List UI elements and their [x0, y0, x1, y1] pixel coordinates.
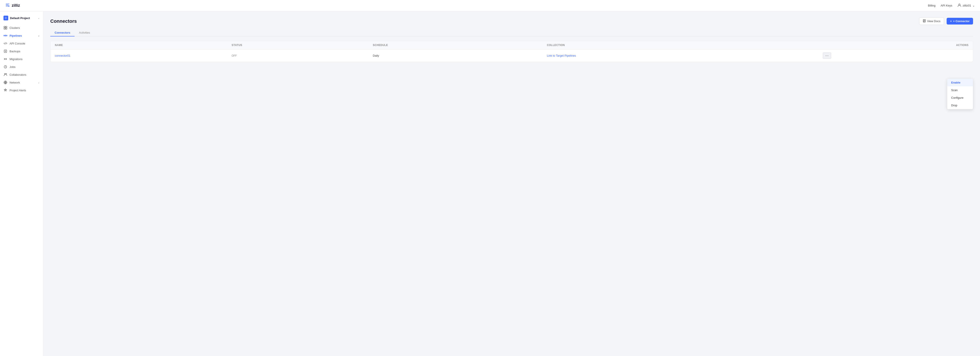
project-icon: D [3, 16, 8, 21]
connector-collection-cell: Link to Target Pipelines [542, 49, 819, 62]
page-title: Connectors [50, 18, 77, 24]
collaborators-icon [3, 73, 7, 77]
col-collection: Collection [542, 41, 819, 49]
project-alerts-icon [3, 88, 7, 92]
tab-connectors[interactable]: Connectors [50, 29, 75, 37]
collection-link[interactable]: Link to Target Pipelines [547, 54, 576, 57]
header-actions: View Docs + + Connector [919, 18, 973, 25]
connectors-table: Name Status Schedule Collection Actions … [50, 41, 973, 62]
pipelines-label: Pipelines [10, 34, 22, 37]
add-icon: + [950, 19, 952, 23]
connector-schedule-cell: Daily [369, 49, 542, 62]
sidebar-item-api-console[interactable]: API Console [0, 40, 43, 47]
sidebar-item-backups[interactable]: Backups [0, 47, 43, 55]
topbar-right: Billing API Keys zilliz01 ⌄ [928, 3, 975, 8]
svg-rect-2 [4, 26, 5, 27]
actions-menu-button[interactable]: ⋯ [823, 53, 831, 59]
content-header: Connectors View Docs [50, 18, 973, 25]
svg-line-10 [5, 42, 6, 45]
pipelines-icon [3, 34, 7, 38]
dropdown-item-configure[interactable]: Configure [947, 94, 973, 102]
project-chevron-icon: ⌄ [38, 17, 40, 19]
main-content: Connectors View Docs [43, 11, 980, 356]
jobs-label: Jobs [10, 65, 15, 69]
backups-icon [3, 49, 7, 53]
user-icon [958, 3, 961, 8]
sidebar: D Default Project ⌄ Clusters [0, 11, 43, 356]
svg-point-15 [5, 73, 6, 75]
dropdown-item-scan[interactable]: Scan [947, 86, 973, 94]
svg-rect-5 [6, 28, 7, 29]
logo-text: zilliz [12, 3, 20, 8]
svg-point-6 [4, 35, 5, 36]
sidebar-item-jobs[interactable]: Jobs [0, 63, 43, 71]
sidebar-item-pipelines[interactable]: Pipelines ⌄ [0, 32, 43, 40]
sidebar-item-collaborators[interactable]: Collaborators [0, 71, 43, 78]
status-badge: OFF [232, 54, 237, 57]
connector-link[interactable]: connector01 [55, 54, 70, 57]
project-selector[interactable]: D Default Project ⌄ [0, 14, 43, 22]
api-console-icon [3, 42, 7, 45]
dropdown-item-enable[interactable]: Enable [947, 79, 973, 86]
pipelines-chevron-icon: ⌄ [38, 34, 40, 37]
tabs: Connectors Activities [50, 29, 973, 37]
add-connector-label: + Connector [953, 19, 970, 23]
col-status: Status [228, 41, 369, 49]
billing-link[interactable]: Billing [928, 4, 935, 7]
view-docs-button[interactable]: View Docs [919, 18, 944, 25]
user-menu[interactable]: zilliz01 ⌄ [958, 3, 975, 8]
sidebar-item-project-alerts[interactable]: Project Alerts [0, 86, 43, 94]
tab-activities[interactable]: Activities [75, 29, 94, 37]
sidebar-item-clusters[interactable]: Clusters [0, 24, 43, 32]
jobs-icon [3, 65, 7, 69]
connector-status-cell: OFF [228, 49, 369, 62]
clusters-label: Clusters [10, 26, 20, 29]
project-label: Default Project [10, 16, 30, 20]
topbar: zilliz Billing API Keys zilliz01 ⌄ [0, 0, 980, 11]
user-chevron-icon: ⌄ [972, 4, 975, 7]
logo: zilliz [5, 3, 20, 9]
collaborators-label: Collaborators [10, 73, 26, 77]
table-row: connector01 OFF Daily Link to Target Pip… [51, 49, 973, 62]
add-connector-button[interactable]: + + Connector [947, 18, 973, 24]
user-label: zilliz01 [963, 4, 971, 7]
view-docs-label: View Docs [927, 19, 940, 23]
dropdown-item-drop[interactable]: Drop [947, 102, 973, 109]
api-keys-link[interactable]: API Keys [941, 4, 952, 7]
connector-actions-cell: ⋯ [819, 49, 973, 62]
project-alerts-label: Project Alerts [10, 89, 26, 92]
actions-dropdown: Enable Scan Configure Drop [947, 78, 973, 109]
svg-point-16 [6, 73, 7, 74]
migrations-icon [3, 57, 7, 61]
migrations-label: Migrations [10, 57, 22, 61]
sidebar-item-migrations[interactable]: Migrations [0, 55, 43, 63]
zilliz-logo-icon [5, 3, 10, 9]
docs-icon [923, 19, 926, 23]
svg-point-7 [6, 35, 7, 36]
connector-name-cell: connector01 [51, 49, 228, 62]
network-chevron-icon: ⌄ [38, 81, 40, 84]
col-schedule: Schedule [369, 41, 542, 49]
network-label: Network [10, 81, 20, 84]
network-icon [3, 80, 7, 85]
svg-point-0 [8, 5, 10, 6]
svg-rect-4 [4, 28, 5, 29]
svg-rect-3 [6, 26, 7, 27]
api-console-label: API Console [10, 42, 25, 45]
clusters-icon [3, 26, 7, 30]
backups-label: Backups [10, 49, 21, 53]
col-actions: Actions [819, 41, 973, 49]
sidebar-item-network[interactable]: Network ⌄ [0, 78, 43, 86]
col-name: Name [51, 41, 228, 49]
